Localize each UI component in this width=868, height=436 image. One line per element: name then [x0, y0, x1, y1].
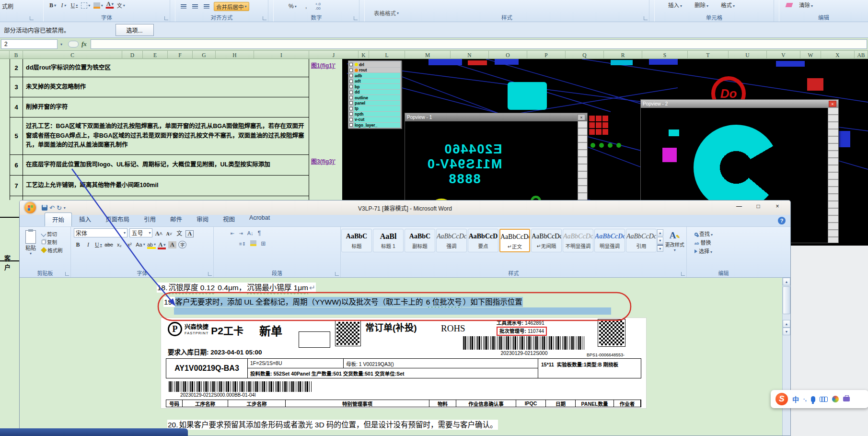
- fill-color-button[interactable]: [93, 1, 104, 10]
- column-header[interactable]: P: [527, 51, 566, 59]
- column-header[interactable]: AB: [855, 51, 868, 59]
- layer-row[interactable]: adb: [349, 73, 400, 78]
- insert-cells-button[interactable]: 插入: [668, 1, 682, 9]
- italic-button[interactable]: I: [59, 1, 68, 10]
- superscript-button[interactable]: x²: [126, 240, 134, 249]
- align-launcher-icon[interactable]: [263, 16, 266, 20]
- layer-checkbox[interactable]: [349, 107, 353, 110]
- gallery-down-icon[interactable]: ▼: [657, 237, 663, 244]
- help-icon[interactable]: ?: [778, 217, 786, 224]
- replace-button[interactable]: ab 替换: [694, 238, 760, 247]
- layer-row[interactable]: outline: [349, 95, 400, 100]
- layer-checkbox[interactable]: [349, 101, 353, 105]
- sort-button[interactable]: A↓: [247, 230, 254, 236]
- merge-center-button[interactable]: 合并后居中: [214, 2, 249, 11]
- align-left-icon[interactable]: [179, 2, 188, 11]
- column-header[interactable]: O: [489, 51, 527, 59]
- ribbon-tab[interactable]: 开始: [45, 212, 72, 226]
- number-launcher-icon[interactable]: [354, 16, 358, 20]
- format-painter-partial-label[interactable]: 式刷: [2, 2, 13, 10]
- gallery-up-icon[interactable]: ▲: [657, 229, 663, 236]
- paragraph-launcher-icon[interactable]: [335, 272, 339, 276]
- column-header[interactable]: W: [800, 51, 821, 59]
- ribbon-tab[interactable]: 邮件: [163, 212, 189, 226]
- style-item[interactable]: AaBbCcD 要点: [468, 229, 498, 252]
- microphone-icon[interactable]: [811, 396, 815, 402]
- layer-checkbox[interactable]: [349, 80, 353, 83]
- borders-button[interactable]: [81, 1, 91, 10]
- next-page-icon[interactable]: ▼: [783, 328, 790, 335]
- font-launcher-icon[interactable]: [208, 272, 212, 276]
- scroll-up-icon[interactable]: ▲: [783, 278, 790, 285]
- column-header[interactable]: C: [23, 51, 122, 59]
- select-button[interactable]: 选择: [694, 247, 760, 256]
- row-text-cell[interactable]: 在底层字符层此位置加我司logo、UL标记、周期标记，大概位置见附图，UL类型按…: [23, 155, 309, 176]
- popview2-close-icon[interactable]: ×: [829, 101, 836, 107]
- name-box[interactable]: 2: [1, 39, 58, 49]
- popview1-close-icon[interactable]: ×: [578, 114, 585, 120]
- column-header[interactable]: M: [405, 51, 451, 59]
- column-header[interactable]: S: [642, 51, 688, 59]
- clear-button[interactable]: 清除: [799, 1, 813, 9]
- shading-button[interactable]: [250, 239, 256, 248]
- column-header[interactable]: L: [369, 51, 405, 59]
- layer-checkbox[interactable]: [349, 118, 353, 121]
- underline-button[interactable]: U: [94, 240, 103, 249]
- layer-checkbox[interactable]: [349, 96, 353, 99]
- style-item[interactable]: AaBbCcDc 强调: [436, 229, 467, 252]
- styles-launcher-icon[interactable]: [681, 272, 685, 276]
- underline-button[interactable]: U: [70, 1, 79, 10]
- formula-input[interactable]: [91, 39, 867, 49]
- decimal-buttons[interactable]: +.0.00: [315, 2, 321, 11]
- layer-checkbox[interactable]: [349, 123, 353, 127]
- style-item[interactable]: AaBl 标题 1: [373, 229, 404, 252]
- row-number-cell[interactable]: 8: [10, 196, 23, 200]
- bold-button[interactable]: B: [48, 1, 57, 10]
- toolbox-icon[interactable]: [843, 397, 850, 401]
- column-header[interactable]: T: [688, 51, 729, 59]
- layer-row[interactable]: logo_layer_: [349, 122, 400, 128]
- ribbon-tab[interactable]: 审阅: [189, 212, 216, 226]
- layer-checkbox[interactable]: [349, 63, 353, 66]
- layer-row[interactable]: npth: [349, 111, 400, 117]
- row-text-cell[interactable]: [23, 196, 309, 200]
- chinese-mode-icon[interactable]: 中: [792, 394, 799, 404]
- layer-checkbox[interactable]: [349, 74, 353, 77]
- style-item[interactable]: AaBbC 副标题: [405, 229, 435, 252]
- word-document[interactable]: 18.沉银厚度 0.12 0.4μm，沉锡最小锡厚 1μm↵ 19.客户无要求时…: [20, 278, 790, 436]
- layer-row[interactable]: tp: [349, 106, 400, 111]
- style-item[interactable]: AaBbCcDc ↵无间隔: [531, 229, 562, 252]
- row-number-cell[interactable]: 6: [10, 155, 23, 176]
- skin-palette-icon[interactable]: [832, 396, 839, 402]
- show-marks-button[interactable]: ¶: [258, 230, 261, 236]
- character-shading-button[interactable]: A: [168, 241, 176, 248]
- column-header[interactable]: J: [309, 51, 359, 59]
- column-header[interactable]: U: [729, 51, 767, 59]
- column-header[interactable]: V: [767, 51, 800, 59]
- clipboard-launcher-icon[interactable]: [65, 272, 69, 276]
- style-item[interactable]: AaBbC 标题: [341, 229, 372, 252]
- layer-checkbox[interactable]: [349, 69, 353, 72]
- character-border-button[interactable]: A: [185, 230, 194, 237]
- font-size-select[interactable]: 五号▾: [129, 228, 152, 237]
- clipboard-launcher-icon[interactable]: [30, 16, 34, 20]
- change-case-button[interactable]: Aa: [136, 240, 145, 249]
- copy-button[interactable]: 复制: [42, 238, 62, 247]
- row-number-cell[interactable]: 7: [10, 176, 23, 196]
- align-right-icon[interactable]: [202, 2, 211, 11]
- column-header[interactable]: E: [143, 51, 168, 59]
- change-styles-button[interactable]: A✎ 更改样式 ▾: [663, 228, 686, 253]
- comma-style-button[interactable]: ,: [302, 2, 311, 11]
- style-item[interactable]: AaBbCcDc 明显强调: [594, 229, 625, 252]
- column-header[interactable]: H: [216, 51, 254, 59]
- minimize-button[interactable]: —: [733, 203, 745, 210]
- column-header[interactable]: Q: [566, 51, 604, 59]
- font-name-select[interactable]: 宋体▾: [74, 228, 127, 237]
- column-header[interactable]: X: [821, 51, 855, 59]
- borders-button[interactable]: ⊞: [261, 240, 266, 247]
- line-spacing-button[interactable]: ≡⇕: [239, 241, 246, 247]
- layer-row[interactable]: drl: [349, 62, 400, 67]
- row-text-cell[interactable]: 削掉开窗的字符: [23, 97, 309, 118]
- vertical-scrollbar[interactable]: ▲ ▲ ▼: [782, 278, 790, 436]
- sogou-logo-icon[interactable]: S: [775, 393, 788, 405]
